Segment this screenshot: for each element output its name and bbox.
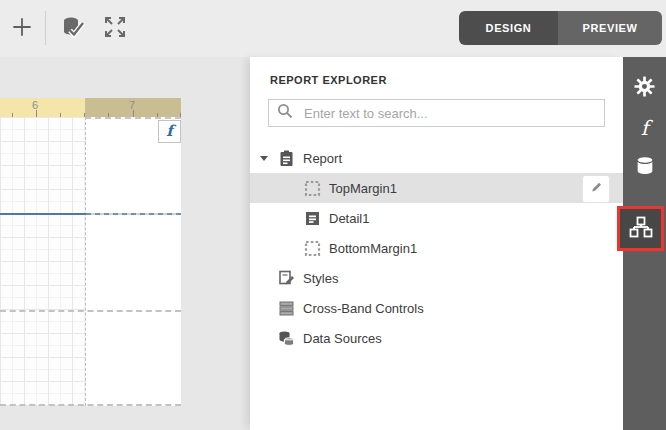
tree-item-styles[interactable]: Styles: [250, 263, 623, 293]
pencil-icon: [589, 180, 603, 198]
report-designer-app: DESIGN PREVIEW 6 7 f: [0, 0, 666, 430]
search-input[interactable]: [302, 105, 596, 122]
cross-band-icon: [278, 300, 295, 317]
design-surface: 6 7 f: [0, 57, 250, 430]
tree-item-report[interactable]: Report: [250, 143, 623, 173]
fx-icon: f: [166, 124, 172, 139]
tree-item-label: Styles: [303, 271, 338, 286]
add-control-button[interactable]: [6, 13, 38, 45]
fullscreen-icon: [103, 15, 127, 43]
margin-band-icon: [304, 240, 321, 257]
settings-icon: [633, 75, 656, 102]
search-icon: [277, 103, 293, 123]
tree-item-label: Cross-Band Controls: [303, 301, 424, 316]
tree-item-label: Data Sources: [303, 331, 382, 346]
plus-icon: [10, 15, 34, 43]
toolbar-divider: [45, 11, 46, 45]
tree-item-detail1[interactable]: Detail1: [250, 203, 623, 233]
report-explorer-button[interactable]: [620, 209, 661, 248]
horizontal-ruler: 6 7: [0, 98, 181, 117]
expressions-button[interactable]: f: [623, 108, 666, 148]
band-bottom-dashed-line: [0, 310, 181, 312]
edit-band-button[interactable]: [582, 175, 610, 203]
field-list-button[interactable]: [623, 148, 666, 188]
panel-title: REPORT EXPLORER: [270, 74, 387, 86]
page-bottom-dashed-line: [0, 404, 181, 406]
page-grid: [0, 117, 86, 406]
detail-band-icon: [304, 210, 321, 227]
band-separator-line[interactable]: [0, 213, 86, 215]
tree-item-data-sources[interactable]: Data Sources: [250, 323, 623, 353]
search-box: [268, 99, 605, 127]
tree-item-label: BottomMargin1: [329, 241, 417, 256]
mode-tabs: DESIGN PREVIEW: [459, 11, 662, 45]
expander-arrow-icon[interactable]: [260, 156, 278, 161]
ruler-tick: [36, 110, 37, 117]
validate-bindings-button[interactable]: [57, 13, 89, 45]
tab-preview[interactable]: PREVIEW: [558, 11, 662, 45]
validate-datasource-icon: [60, 14, 86, 44]
tree-item-label: Report: [303, 151, 342, 166]
ruler-tick: [133, 110, 134, 117]
tree-item-topmargin1[interactable]: TopMargin1: [250, 173, 623, 203]
tree-item-label: TopMargin1: [329, 181, 397, 196]
report-explorer-panel: REPORT EXPLORER: [250, 57, 623, 430]
band-separator-line-extension: [86, 213, 181, 215]
expressions-icon: f: [641, 118, 648, 138]
highlight-annotation-box: [617, 206, 664, 251]
tree-item-cross-band-controls[interactable]: Cross-Band Controls: [250, 293, 623, 323]
properties-button[interactable]: [623, 68, 666, 108]
tree-item-bottommargin1[interactable]: BottomMargin1: [250, 233, 623, 263]
report-icon: [278, 150, 295, 167]
margin-band-icon: [304, 180, 321, 197]
tab-design[interactable]: DESIGN: [459, 11, 558, 45]
expression-fx-button[interactable]: f: [158, 120, 181, 143]
styles-icon: [278, 270, 295, 287]
data-sources-icon: [278, 330, 295, 347]
toolbar: DESIGN PREVIEW: [0, 0, 666, 58]
field-list-icon: [634, 155, 656, 181]
report-explorer-icon: [629, 215, 653, 243]
tree-item-label: Detail1: [329, 211, 369, 226]
fullscreen-button[interactable]: [99, 13, 131, 45]
explorer-tree: Report TopMargin1: [250, 143, 623, 353]
report-page-canvas[interactable]: f: [0, 117, 181, 406]
page-top-edge-dashed: [85, 117, 181, 119]
